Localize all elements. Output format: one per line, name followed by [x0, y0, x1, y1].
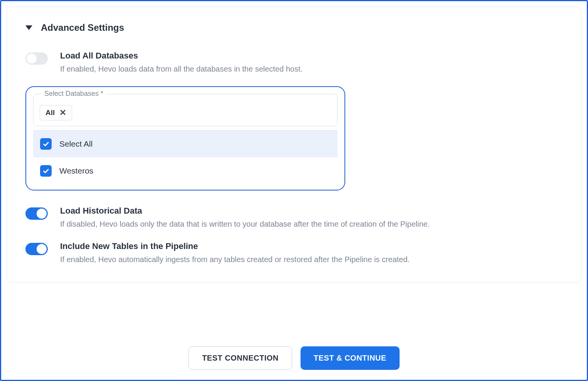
- toggle-knob: [27, 53, 37, 64]
- select-databases-legend: Select Databases *: [41, 90, 106, 98]
- checkbox-select-all[interactable]: [40, 138, 52, 150]
- dropdown-item-select-all[interactable]: Select All: [33, 130, 338, 157]
- test-continue-button[interactable]: TEST & CONTINUE: [301, 346, 400, 370]
- setting-desc: If enabled, Hevo loads data from all the…: [60, 63, 563, 75]
- select-databases[interactable]: Select Databases * All ✕ Select All West…: [25, 86, 345, 190]
- dropdown-item-label: Westeros: [59, 166, 93, 175]
- footer-actions: TEST CONNECTION TEST & CONTINUE: [1, 346, 587, 370]
- toggle-load-all-databases[interactable]: [25, 52, 48, 65]
- checkmark-icon: [42, 140, 49, 147]
- setting-label: Load Historical Data: [60, 206, 563, 216]
- test-connection-button[interactable]: TEST CONNECTION: [188, 346, 292, 370]
- setting-load-all-databases: Load All Databases If enabled, Hevo load…: [25, 51, 563, 75]
- section-title: Advanced Settings: [41, 22, 124, 33]
- advanced-settings-card: Advanced Settings Load All Databases If …: [7, 7, 581, 282]
- toggle-knob: [37, 209, 47, 219]
- caret-down-icon: [25, 25, 32, 30]
- toggle-include-new-tables[interactable]: [25, 243, 48, 255]
- setting-text: Load All Databases If enabled, Hevo load…: [60, 51, 563, 75]
- close-icon[interactable]: ✕: [59, 109, 66, 117]
- setting-text: Include New Tables in the Pipeline If en…: [60, 241, 563, 265]
- select-databases-field[interactable]: Select Databases * All ✕: [33, 94, 338, 126]
- section-header[interactable]: Advanced Settings: [25, 22, 563, 33]
- chip-all[interactable]: All ✕: [40, 105, 72, 120]
- setting-label: Load All Databases: [60, 51, 563, 61]
- checkmark-icon: [42, 167, 49, 174]
- checkbox-westeros[interactable]: [40, 165, 52, 177]
- dropdown-item-label: Select All: [59, 139, 92, 149]
- setting-include-new-tables: Include New Tables in the Pipeline If en…: [25, 241, 563, 265]
- setting-load-historical-data: Load Historical Data If disabled, Hevo l…: [25, 206, 563, 230]
- setting-text: Load Historical Data If disabled, Hevo l…: [60, 206, 563, 230]
- toggle-knob: [37, 244, 47, 254]
- setting-desc: If enabled, Hevo automatically ingests f…: [60, 254, 563, 265]
- chip-label: All: [45, 109, 55, 117]
- setting-desc: If disabled, Hevo loads only the data th…: [60, 218, 563, 230]
- select-databases-dropdown: Select All Westeros: [33, 130, 338, 184]
- setting-label: Include New Tables in the Pipeline: [60, 241, 563, 251]
- toggle-load-historical-data[interactable]: [25, 207, 48, 220]
- dropdown-item-westeros[interactable]: Westeros: [33, 157, 338, 184]
